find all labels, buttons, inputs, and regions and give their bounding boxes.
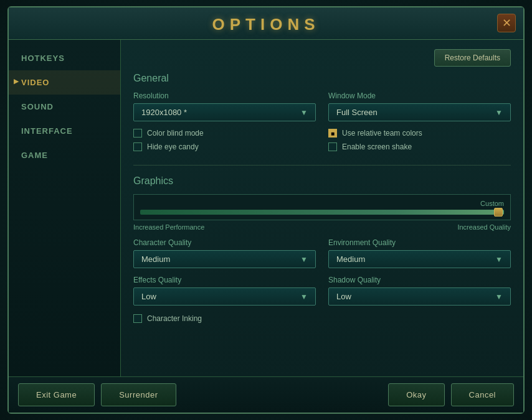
enable-screen-shake-label: Enable screen shake: [342, 142, 412, 151]
use-relative-row: ■ Use relative team colors: [328, 129, 511, 138]
left-checkboxes: Color blind mode Hide eye candy: [133, 129, 316, 156]
sidebar-item-label: SOUND: [21, 102, 54, 111]
effects-quality-value: Low: [141, 292, 156, 301]
hide-eye-candy-row: Hide eye candy: [133, 142, 316, 151]
okay-button[interactable]: Okay: [388, 383, 444, 406]
section-divider: [133, 165, 511, 166]
increased-performance-label: Increased Performance: [133, 223, 204, 231]
quality-grid: Character Quality Medium ▼ Environment Q…: [133, 238, 511, 306]
general-section-title: General: [133, 73, 511, 84]
window-mode-value: Full Screen: [336, 108, 378, 117]
character-quality-arrow: ▼: [300, 255, 308, 264]
use-relative-label: Use relative team colors: [342, 129, 422, 138]
sidebar-item-label: VIDEO: [21, 78, 49, 87]
character-quality-item: Character Quality Medium ▼: [133, 238, 316, 268]
footer: Exit Game Surrender Okay Cancel: [9, 376, 523, 413]
resolution-value: 1920x1080 *: [141, 108, 187, 117]
hide-eye-candy-label: Hide eye candy: [147, 142, 199, 151]
slider-label: Custom: [480, 200, 504, 207]
window-mode-dropdown[interactable]: Full Screen ▼: [328, 103, 511, 121]
effects-quality-item: Effects Quality Low ▼: [133, 276, 316, 306]
resolution-dropdown[interactable]: 1920x1080 * ▼: [133, 103, 316, 121]
modal-title: OPTIONS: [212, 15, 320, 34]
modal-body: HOTKEYS VIDEO SOUND INTERFACE GAME Resto…: [9, 40, 523, 376]
character-quality-dropdown[interactable]: Medium ▼: [133, 250, 316, 268]
character-inking-checkbox[interactable]: [133, 314, 142, 323]
quality-slider-container: Custom: [133, 194, 511, 220]
window-mode-dropdown-arrow: ▼: [495, 108, 503, 117]
sidebar-item-interface[interactable]: INTERFACE: [9, 119, 120, 143]
sidebar-item-sound[interactable]: SOUND: [9, 95, 120, 119]
shadow-quality-arrow: ▼: [495, 292, 503, 301]
surrender-button[interactable]: Surrender: [101, 383, 176, 406]
backdrop: OPTIONS ✕ HOTKEYS VIDEO SOUND INTERFACE …: [0, 0, 532, 420]
content-area: Restore Defaults General Resolution 1920…: [121, 40, 523, 376]
sidebar-item-video[interactable]: VIDEO: [9, 70, 120, 95]
shadow-quality-item: Shadow Quality Low ▼: [328, 276, 511, 306]
environment-quality-label: Environment Quality: [328, 238, 511, 247]
graphics-section: Graphics Custom Increased Performance In…: [133, 175, 511, 323]
use-relative-checkbox[interactable]: ■: [328, 129, 337, 138]
checkboxes-row: Color blind mode Hide eye candy ■ Use: [133, 129, 511, 156]
restore-defaults-button[interactable]: Restore Defaults: [434, 49, 511, 67]
check-mark: ■: [331, 130, 335, 137]
footer-left: Exit Game Surrender: [18, 383, 176, 406]
exit-game-button[interactable]: Exit Game: [18, 383, 95, 406]
environment-quality-arrow: ▼: [495, 255, 503, 264]
footer-right: Okay Cancel: [388, 383, 514, 406]
environment-quality-item: Environment Quality Medium ▼: [328, 238, 511, 268]
shadow-quality-label: Shadow Quality: [328, 276, 511, 284]
color-blind-checkbox[interactable]: [133, 129, 142, 138]
slider-track[interactable]: [140, 210, 504, 215]
sidebar-item-label: HOTKEYS: [21, 54, 65, 63]
resolution-col: Resolution 1920x1080 * ▼: [133, 91, 316, 121]
character-inking-row: Character Inking: [133, 314, 511, 323]
environment-quality-dropdown[interactable]: Medium ▼: [328, 250, 511, 268]
increased-quality-label: Increased Quality: [457, 223, 511, 231]
window-mode-col: Window Mode Full Screen ▼: [328, 91, 511, 121]
resolution-window-row: Resolution 1920x1080 * ▼ Window Mode Ful…: [133, 91, 511, 121]
character-quality-label: Character Quality: [133, 238, 316, 247]
color-blind-row: Color blind mode: [133, 129, 316, 138]
sidebar-item-game[interactable]: GAME: [9, 143, 120, 167]
sidebar-item-label: INTERFACE: [21, 126, 73, 136]
character-inking-label: Character Inking: [147, 314, 202, 323]
effects-quality-dropdown[interactable]: Low ▼: [133, 287, 316, 306]
effects-quality-arrow: ▼: [300, 292, 308, 301]
environment-quality-value: Medium: [336, 254, 365, 264]
shadow-quality-value: Low: [336, 292, 351, 301]
close-button[interactable]: ✕: [497, 14, 516, 32]
right-checkboxes: ■ Use relative team colors Enable screen…: [328, 129, 511, 156]
enable-screen-shake-checkbox[interactable]: [328, 142, 337, 151]
options-modal: OPTIONS ✕ HOTKEYS VIDEO SOUND INTERFACE …: [7, 6, 525, 414]
hide-eye-candy-checkbox[interactable]: [133, 142, 142, 151]
resolution-label: Resolution: [133, 91, 316, 100]
character-quality-value: Medium: [141, 254, 170, 264]
sidebar: HOTKEYS VIDEO SOUND INTERFACE GAME: [9, 40, 121, 376]
slider-thumb[interactable]: [494, 208, 503, 217]
slider-label-row: Custom: [140, 200, 504, 207]
cancel-button[interactable]: Cancel: [451, 383, 514, 406]
top-bar: Restore Defaults: [133, 49, 511, 67]
enable-screen-shake-row: Enable screen shake: [328, 142, 511, 151]
sidebar-item-hotkeys[interactable]: HOTKEYS: [9, 46, 120, 70]
resolution-dropdown-arrow: ▼: [300, 108, 308, 117]
slider-range-labels: Increased Performance Increased Quality: [133, 223, 511, 231]
modal-header: OPTIONS ✕: [9, 7, 523, 40]
graphics-section-title: Graphics: [133, 175, 511, 187]
sidebar-item-label: GAME: [21, 151, 48, 160]
window-mode-label: Window Mode: [328, 91, 511, 100]
effects-quality-label: Effects Quality: [133, 276, 316, 284]
color-blind-label: Color blind mode: [147, 129, 204, 138]
shadow-quality-dropdown[interactable]: Low ▼: [328, 287, 511, 306]
